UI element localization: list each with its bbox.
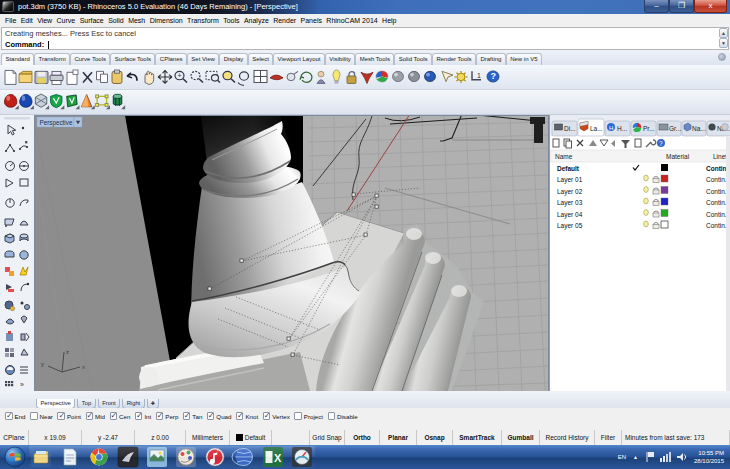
svg-text:Contin: Contin (706, 165, 727, 172)
svg-text:H: H (609, 125, 613, 131)
svg-text:Layer 03: Layer 03 (557, 199, 583, 207)
svg-text:?: ? (659, 140, 663, 147)
svg-text:Pr...: Pr... (643, 125, 655, 132)
svg-text:Material: Material (666, 153, 690, 160)
svg-text:Di...: Di... (564, 125, 576, 132)
svg-text:Perspective: Perspective (40, 119, 73, 127)
svg-text:Layer 01: Layer 01 (557, 176, 583, 184)
svg-text:Na...: Na... (692, 125, 706, 132)
svg-text:H...: H... (617, 125, 627, 132)
svg-text:»: » (20, 381, 24, 388)
svg-text:La...: La... (590, 125, 603, 132)
svg-text:Layer 05: Layer 05 (557, 222, 583, 230)
svg-text:+: + (178, 72, 182, 79)
svg-text:Name: Name (555, 153, 573, 160)
svg-text:Layer 04: Layer 04 (557, 211, 583, 219)
svg-text:z: z (66, 349, 69, 355)
svg-text:y: y (41, 361, 44, 367)
svg-text:Layer 02: Layer 02 (557, 188, 583, 196)
svg-text:Default: Default (557, 165, 580, 172)
svg-text:1: 1 (477, 72, 481, 79)
svg-text:?: ? (491, 72, 497, 82)
svg-text:Gr...: Gr... (669, 125, 681, 132)
svg-text:x: x (82, 364, 85, 370)
